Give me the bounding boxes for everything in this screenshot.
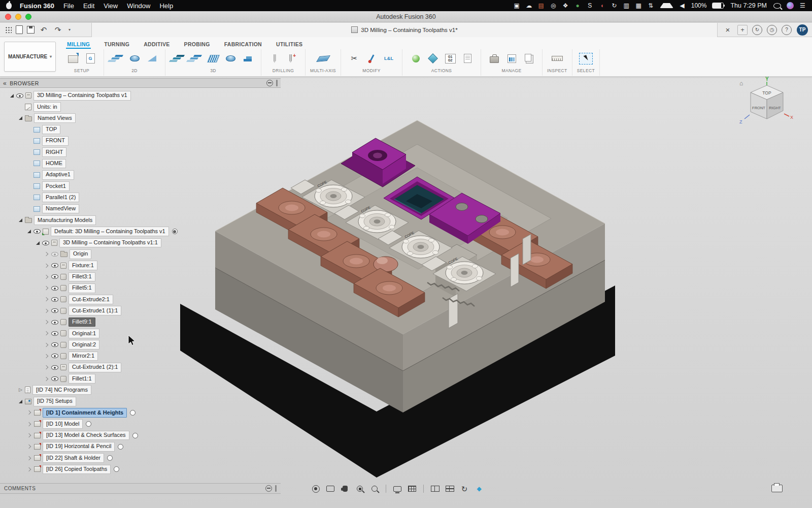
eyedim-icon[interactable]	[51, 252, 58, 257]
ribbon-tab-turning[interactable]: TURNING	[103, 40, 130, 49]
eye-icon[interactable]	[16, 93, 23, 98]
tree-row[interactable]: Fillet1:1	[0, 373, 178, 384]
tree-item-label[interactable]: Cut-Extrude1 (1):1	[69, 306, 121, 315]
face-icon[interactable]	[126, 50, 143, 67]
expand-open-icon[interactable]	[19, 116, 22, 120]
help-icon[interactable]: ?	[782, 25, 792, 35]
tree-row[interactable]: Default: 3D Milling – Containing Toolpat…	[0, 226, 178, 237]
redo-menu-caret-icon[interactable]: ▾	[67, 24, 72, 36]
target-icon[interactable]: ◎	[550, 2, 557, 10]
print-icon[interactable]	[771, 485, 783, 492]
pan-icon[interactable]	[340, 483, 350, 494]
expand-closed-icon[interactable]	[44, 263, 48, 267]
tree-row[interactable]: RIGHT	[0, 146, 178, 157]
radio-button[interactable]	[130, 410, 136, 416]
radio-button[interactable]	[132, 433, 138, 438]
viewports-icon[interactable]	[430, 483, 440, 494]
radio-button[interactable]	[172, 229, 178, 234]
split-view-icon[interactable]	[445, 483, 455, 494]
tree-row[interactable]: [ID 26] Copied Toolpaths	[0, 464, 178, 475]
document-tab[interactable]: 3D Milling – Containing Toolpaths v1*	[91, 23, 718, 37]
expand-closed-icon[interactable]	[44, 252, 48, 256]
workspace-selector-button[interactable]: MANUFACTURE ▾	[4, 42, 56, 72]
post-process-icon[interactable]: G1 G2	[442, 50, 459, 67]
comments-resize-handle[interactable]	[275, 485, 277, 492]
zoom-window-icon[interactable]	[355, 483, 365, 494]
tree-item-label[interactable]: [ID 1] Containment & Heights	[43, 408, 127, 418]
steep-and-shallow-icon[interactable]	[205, 50, 222, 67]
expand-closed-icon[interactable]	[44, 320, 48, 324]
menu-file[interactable]: File	[63, 2, 74, 10]
tree-row[interactable]: Units: in	[0, 101, 178, 112]
new-document-tab-icon[interactable]: +	[737, 25, 748, 35]
control-center-icon[interactable]: ☰	[799, 2, 806, 10]
eye-icon[interactable]	[33, 229, 41, 234]
tree-row[interactable]: TOP	[0, 124, 178, 135]
eye-icon[interactable]	[51, 297, 58, 302]
tool-library-icon[interactable]	[486, 50, 503, 67]
app-menu-title[interactable]: Fusion 360	[20, 2, 54, 10]
collapse-panel-icon[interactable]: «	[3, 80, 7, 87]
2d-contour-icon[interactable]	[143, 50, 160, 67]
tree-row[interactable]: Fixture:1	[0, 260, 178, 271]
expand-closed-icon[interactable]	[44, 354, 48, 358]
tree-row[interactable]: [ID 75] Setups	[0, 396, 178, 407]
eye-icon[interactable]	[51, 308, 58, 313]
tree-item-label[interactable]: [ID 74] NC Programs	[32, 385, 91, 395]
ramp-icon[interactable]	[239, 50, 256, 67]
link-passes-icon[interactable]: L&L	[380, 50, 397, 67]
tree-row[interactable]: [ID 22] Shaft & Holder	[0, 453, 178, 464]
delete-passes-icon[interactable]	[363, 50, 380, 67]
tree-row[interactable]: Fillet5:1	[0, 282, 178, 294]
expand-open-icon[interactable]	[36, 241, 40, 245]
tree-item-label[interactable]: [ID 26] Copied Toolpaths	[43, 465, 111, 474]
globe-icon[interactable]: ●	[574, 2, 581, 10]
measure-icon[interactable]	[549, 50, 566, 67]
tree-item-label[interactable]: Fillet9:1	[69, 318, 95, 327]
refresh-icon[interactable]: ↻	[459, 483, 469, 494]
tree-item-label[interactable]: Adaptive1	[42, 170, 74, 180]
tree-item-label[interactable]: Original:1	[69, 329, 99, 338]
tree-item-label[interactable]: Fillet3:1	[69, 272, 95, 282]
tree-item-label[interactable]: RIGHT	[42, 147, 66, 157]
expand-closed-icon[interactable]	[44, 275, 48, 279]
tree-item-label[interactable]: Units: in	[33, 102, 61, 112]
tree-row[interactable]: NamedView	[0, 203, 178, 214]
view-cube[interactable]: ⌂ Y TOP FRONT RIGHT X Z	[738, 75, 795, 132]
zoom-icon[interactable]	[369, 483, 380, 494]
keyboard-icon[interactable]: ▦	[635, 2, 642, 10]
radio-button[interactable]	[107, 455, 113, 461]
tree-item-label[interactable]: TOP	[42, 125, 60, 135]
expand-open-icon[interactable]	[27, 230, 31, 233]
ribbon-tab-fabrication[interactable]: FABRICATION	[223, 40, 263, 49]
eye-icon[interactable]	[51, 354, 58, 358]
bean-app-icon[interactable]: ◖	[599, 2, 605, 10]
tree-row[interactable]: Pocket1	[0, 180, 178, 192]
pocket-clearing-icon[interactable]	[187, 50, 205, 67]
expand-open-icon[interactable]	[19, 400, 22, 403]
tree-item-label[interactable]: HOME	[42, 159, 66, 169]
grid-and-snaps-icon[interactable]	[407, 483, 417, 494]
tree-item-label[interactable]: Cut-Extrude2:1	[69, 295, 113, 304]
tree-item-label[interactable]: Origin	[70, 249, 91, 259]
tree-row[interactable]: FRONT	[0, 135, 178, 146]
sync-icon[interactable]: ↻	[611, 2, 618, 10]
expand-closed-icon[interactable]	[44, 309, 48, 313]
tree-item-label[interactable]: [ID 75] Setups	[33, 397, 76, 406]
expand-open-icon[interactable]	[10, 94, 14, 98]
tree-item-label[interactable]: FRONT	[42, 136, 69, 146]
new-document-icon[interactable]	[16, 25, 23, 34]
tree-row[interactable]: 3D Milling – Containing Toolpaths v1:1	[0, 237, 178, 248]
tree-row[interactable]: HOME	[0, 158, 178, 169]
bore-icon[interactable]	[283, 50, 300, 67]
expand-closed-icon[interactable]	[44, 297, 48, 301]
panel-resize-handle[interactable]	[276, 80, 278, 86]
expand-closed-icon[interactable]	[44, 342, 48, 346]
2d-pocket-icon[interactable]	[109, 50, 126, 67]
ribbon-tab-probing[interactable]: PROBING	[183, 40, 211, 49]
comments-options-icon[interactable]	[265, 485, 272, 492]
eye-icon[interactable]	[51, 365, 58, 370]
s-app-icon[interactable]: S	[587, 2, 593, 10]
notifications-icon[interactable]: ◷	[767, 25, 777, 35]
section-analysis-icon[interactable]: ◆	[474, 483, 484, 494]
